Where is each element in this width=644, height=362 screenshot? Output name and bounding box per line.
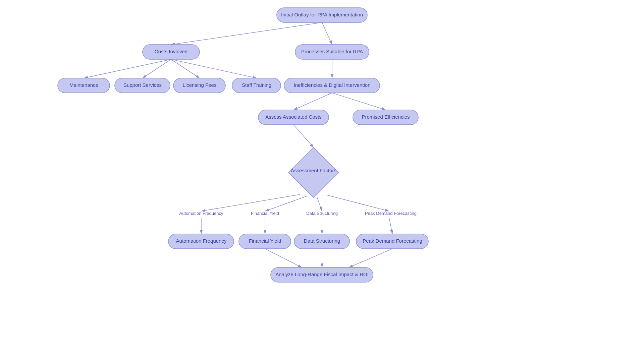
connector-label-peakdemand [389, 218, 392, 234]
connector-costs-training [171, 59, 257, 78]
connector-root-processes [322, 22, 332, 45]
connector-ineff-assess [293, 93, 332, 110]
connector-diamond-peakdemand [327, 195, 389, 211]
maintenance-label: Maintenance [69, 82, 98, 88]
maintenance-node: Maintenance [58, 78, 110, 93]
connector-costs-licensing [171, 59, 200, 78]
auto-freq-floating-label: Automation Frequency [179, 211, 223, 216]
licensing-fees-label: Licensing Fees [183, 82, 217, 88]
assess-costs-label: Assess Associated Costs [265, 114, 322, 120]
staff-training-label: Staff Training [242, 82, 271, 88]
support-services-node: Support Services [115, 78, 170, 93]
connector-ineff-promised [332, 93, 386, 110]
processes-suitable-label: Processes Suitable for RPA [301, 49, 363, 54]
connector-costs-maintenance [84, 59, 171, 78]
data-struct-node: Data Structuring [294, 234, 350, 249]
fin-yield-label: Financial Yield [249, 238, 281, 244]
peak-demand-node: Peak Demand Forecasting [356, 234, 428, 249]
support-services-label: Support Services [123, 82, 162, 88]
analyze-roi-node: Analyze Long-Range Fiscal Impact & ROI [271, 267, 373, 282]
analyze-roi-label: Analyze Long-Range Fiscal Impact & ROI [275, 272, 369, 277]
auto-freq-node: Automation Frequency [168, 234, 234, 249]
assessment-diamond-node: Assessment Factors [288, 147, 339, 198]
connector-diamond-autofreq [201, 194, 300, 211]
data-struct-label: Data Structuring [304, 238, 340, 244]
promised-efficiencies-label: Promised Efficiencies [362, 114, 410, 120]
costs-involved-node: Costs Involved [143, 45, 200, 59]
peak-demand-label: Peak Demand Forecasting [363, 238, 422, 244]
diagram-svg: Initial Outlay for RPA Implementation Co… [0, 0, 644, 362]
assess-costs-node: Assess Associated Costs [258, 110, 329, 125]
connector-diamond-finyield [265, 196, 307, 211]
processes-suitable-node: Processes Suitable for RPA [295, 45, 369, 59]
fin-yield-floating-label: Financial Yield [251, 211, 279, 216]
peak-demand-floating-label: Peak Demand Forecasting [365, 211, 417, 216]
auto-freq-label: Automation Frequency [176, 238, 227, 244]
root-node: Initial Outlay for RPA Implementation [277, 8, 367, 22]
licensing-fees-node: Licensing Fees [173, 78, 225, 93]
root-label: Initial Outlay for RPA Implementation [281, 12, 363, 17]
inefficiencies-node: Inefficiencies & Digital Intervention [284, 78, 380, 93]
promised-efficiencies-node: Promised Efficiencies [353, 110, 418, 125]
data-struct-floating-label: Data Structuring [306, 211, 338, 216]
connector-root-costs [171, 22, 322, 45]
connector-peakdemand-roi [349, 249, 392, 267]
costs-involved-label: Costs Involved [155, 49, 187, 54]
connector-assess-diamond [293, 125, 314, 147]
assessment-diamond-label: Assessment Factors [291, 168, 336, 173]
inefficiencies-label: Inefficiencies & Digital Intervention [293, 82, 370, 88]
connector-finyield-roi [265, 249, 302, 267]
fin-yield-node: Financial Yield [239, 234, 291, 249]
staff-training-node: Staff Training [232, 78, 281, 93]
connector-diamond-datastruct [317, 197, 322, 211]
